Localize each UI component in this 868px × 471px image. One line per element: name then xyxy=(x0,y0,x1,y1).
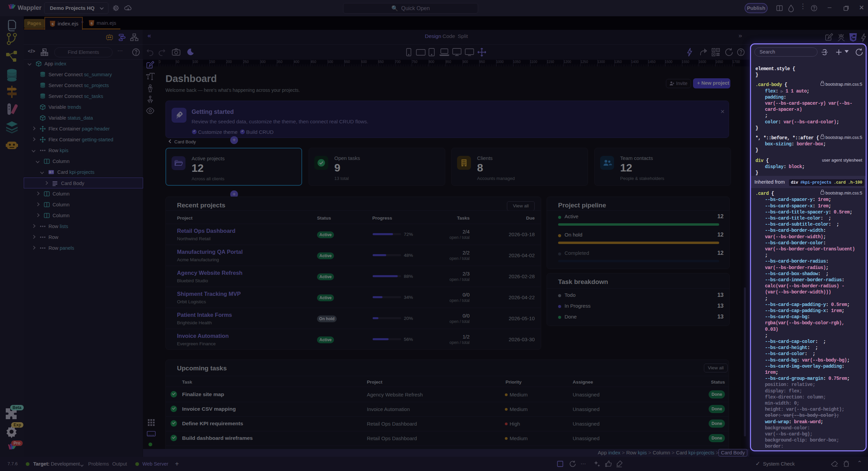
svg-text:5: 5 xyxy=(52,22,53,26)
svg-text:5: 5 xyxy=(91,22,92,25)
